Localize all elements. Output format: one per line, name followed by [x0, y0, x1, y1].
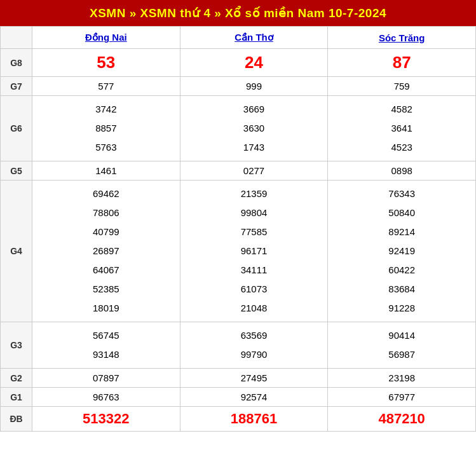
cell-g8-col1: 53: [32, 49, 180, 77]
cell-value: 92419: [330, 242, 473, 261]
col-header-soctrang: Sóc Trăng: [328, 27, 476, 49]
cell-g2-col2: 27495: [180, 369, 328, 388]
row-label-g6: G6: [1, 96, 32, 161]
cell-value: 78806: [35, 203, 177, 222]
row-label-g5: G5: [1, 161, 32, 181]
cell-value: 99790: [183, 345, 325, 364]
header-thu4: XSMN thứ 4: [140, 6, 211, 20]
col-header-label: [1, 27, 32, 49]
cell-g5-col3: 0898: [328, 161, 476, 181]
cell-value: 99804: [183, 203, 325, 222]
cell-g4-col1: 69462788064079926897640675238518019: [32, 181, 180, 322]
row-label-g3: G3: [1, 322, 32, 369]
cell-value: 3742: [35, 100, 177, 119]
cell-g1-col1: 96763: [32, 388, 180, 407]
header-xsmn1: XSMN: [90, 6, 126, 20]
cell-value: 56987: [330, 345, 473, 364]
cell-g6-col1: 374288575763: [32, 96, 180, 161]
cell-value: 63569: [183, 326, 325, 345]
header-title: Xổ số miền Nam 10-7-2024: [225, 6, 386, 20]
page-header: XSMN » XSMN thứ 4 » Xổ số miền Nam 10-7-…: [0, 0, 476, 26]
cell-g7-col2: 999: [180, 77, 328, 96]
header-sep1: »: [126, 6, 140, 20]
cell-value: 1743: [183, 138, 325, 157]
lottery-table: Đồng Nai Cần Thơ Sóc Trăng G8532487G7577…: [0, 26, 476, 432]
cell-value: 21048: [183, 299, 325, 318]
cell-value: 76343: [330, 184, 473, 203]
cell-đb-col3: 487210: [328, 407, 476, 432]
cell-value: 26897: [35, 242, 177, 261]
cell-value: 50840: [330, 203, 473, 222]
cell-value: 8857: [35, 119, 177, 138]
row-label-g4: G4: [1, 181, 32, 322]
cell-g7-col1: 577: [32, 77, 180, 96]
cell-g8-col3: 87: [328, 49, 476, 77]
cell-value: 60422: [330, 261, 473, 280]
cell-value: 96171: [183, 242, 325, 261]
cell-value: 34111: [183, 261, 325, 280]
cell-value: 64067: [35, 261, 177, 280]
header-sep2: »: [210, 6, 225, 20]
col-header-dongnai: Đồng Nai: [32, 27, 180, 49]
cell-value: 93148: [35, 345, 177, 364]
row-label-đb: ĐB: [1, 407, 32, 432]
cell-value: 77585: [183, 222, 325, 242]
cell-value: 91228: [330, 299, 473, 318]
cell-đb-col1: 513322: [32, 407, 180, 432]
cell-value: 83684: [330, 280, 473, 299]
cell-value: 40799: [35, 222, 177, 242]
cell-value: 5763: [35, 138, 177, 157]
row-label-g1: G1: [1, 388, 32, 407]
cell-g2-col1: 07897: [32, 369, 180, 388]
cell-g8-col2: 24: [180, 49, 328, 77]
cell-g4-col3: 76343508408921492419604228368491228: [328, 181, 476, 322]
cell-g6-col2: 366936301743: [180, 96, 328, 161]
cell-value: 61073: [183, 280, 325, 299]
cell-value: 3630: [183, 119, 325, 138]
cell-g5-col1: 1461: [32, 161, 180, 181]
row-label-g2: G2: [1, 369, 32, 388]
cell-value: 89214: [330, 222, 473, 242]
cell-value: 3641: [330, 119, 473, 138]
cell-g6-col3: 458236414523: [328, 96, 476, 161]
cell-value: 90414: [330, 326, 473, 345]
row-label-g8: G8: [1, 49, 32, 77]
cell-g7-col3: 759: [328, 77, 476, 96]
cell-value: 4582: [330, 100, 473, 119]
cell-đb-col2: 188761: [180, 407, 328, 432]
cell-value: 3669: [183, 100, 325, 119]
cell-value: 21359: [183, 184, 325, 203]
cell-value: 18019: [35, 299, 177, 318]
cell-g3-col3: 9041456987: [328, 322, 476, 369]
cell-g1-col2: 92574: [180, 388, 328, 407]
cell-g3-col2: 6356999790: [180, 322, 328, 369]
row-label-g7: G7: [1, 77, 32, 96]
cell-value: 4523: [330, 138, 473, 157]
cell-value: 52385: [35, 280, 177, 299]
cell-g1-col3: 67977: [328, 388, 476, 407]
cell-g3-col1: 5674593148: [32, 322, 180, 369]
col-header-cantho: Cần Thơ: [180, 27, 328, 49]
cell-value: 69462: [35, 184, 177, 203]
cell-value: 56745: [35, 326, 177, 345]
cell-g5-col2: 0277: [180, 161, 328, 181]
cell-g2-col3: 23198: [328, 369, 476, 388]
cell-g4-col2: 21359998047758596171341116107321048: [180, 181, 328, 322]
